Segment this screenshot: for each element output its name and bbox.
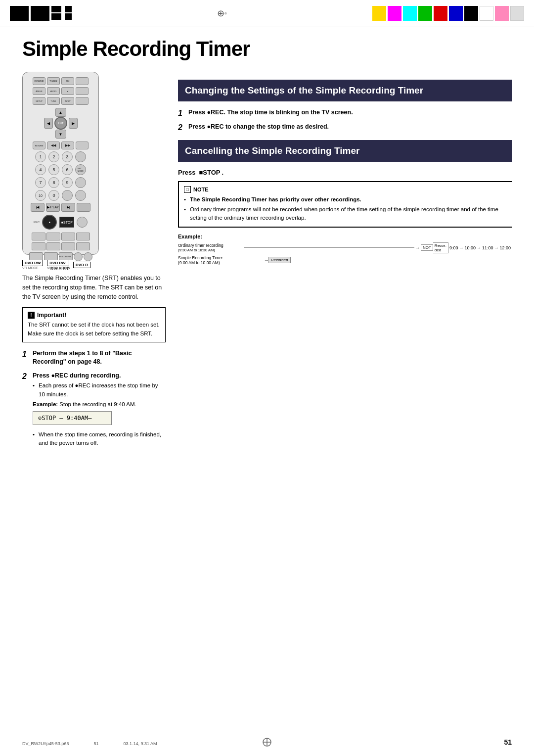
remote-bot3-2 <box>44 252 58 260</box>
badge-dvdr: DVD R <box>73 262 90 268</box>
timeline-row-2: Simple Recording Timer (9:00 AM to 10:00… <box>178 255 512 265</box>
example-label: Example: <box>33 401 58 407</box>
format-badges: DVD RW VR MODE DVD RW VIDEO MODE DVD R <box>22 260 166 270</box>
color-yellow <box>372 6 386 21</box>
not-recorded-box: NOT <box>421 244 433 251</box>
right-step1-content: Press ●REC. The stop time is blinking on… <box>188 108 512 118</box>
remote-prev-btn: |◀ <box>31 203 44 212</box>
remote-top4-btn <box>76 77 89 85</box>
remote-angle-btn: ANGLE <box>33 87 45 95</box>
remote-return-btn: RETURN <box>33 142 45 149</box>
remote-bot3-5 <box>84 252 92 261</box>
arrow-1d: → <box>494 245 498 250</box>
step1-number: 1 <box>22 349 30 367</box>
remote-num-row4: 10 0 <box>35 190 86 201</box>
remote-timer-btn: TIMER <box>47 77 60 85</box>
remote-9-btn: 9 <box>62 177 73 188</box>
remote-4-btn: 4 <box>35 164 46 175</box>
remote-num-r4-4 <box>75 190 86 201</box>
ordinary-label-text: Ordinary timer recording <box>178 243 223 248</box>
step2-title: Press ●REC during recording. <box>33 372 166 380</box>
remote-ff-btn: ▶▶ <box>61 142 74 149</box>
step2-bullet2: When the stop time comes, recording is f… <box>33 430 166 448</box>
color-blue <box>449 6 463 21</box>
remote-10-btn: 10 <box>35 190 46 201</box>
timeline-example-label: Example: <box>178 234 512 239</box>
remote-control-image: POWER TIMER OK ANGLE AUDIO ▲ SETUP TUNE … <box>22 72 99 255</box>
remote-bot3-4 <box>74 252 83 261</box>
remote-up-btn: ▲ <box>61 87 74 95</box>
remote-dpad-middle: ◀ ENT ▶ <box>44 117 78 130</box>
example-text: Example: Stop the recording at 9:40 AM. <box>33 401 166 407</box>
note-box: □ NOTE The Simple Recording Timer has pr… <box>178 181 512 228</box>
page-number: 51 <box>504 738 512 746</box>
left-step-1: 1 Perform the steps 1 to 8 of "Basic Rec… <box>22 349 166 367</box>
remote-bot1-4 <box>76 233 90 240</box>
remote-2-btn: 2 <box>48 151 59 162</box>
time-1100: 11:00 <box>482 245 493 250</box>
remote-play-4th <box>77 203 90 212</box>
section2-title: Cancelling the Simple Recording Timer <box>185 145 505 157</box>
display-text: ⊙STOP – 9:40AM– <box>38 415 91 422</box>
timeline-srt-label: Simple Recording Timer (9:00 AM to 10:00… <box>178 255 242 265</box>
page-content: Simple Recording Timer POWER TIMER OK AN… <box>0 27 534 467</box>
step1-title: Perform the steps 1 to 8 of "Basic Recor… <box>33 349 166 367</box>
remote-bot1-1 <box>32 233 45 240</box>
right-step1-num: 1 <box>178 108 186 118</box>
remote-bot-row3: TV CONTROL <box>29 252 92 261</box>
press-stop-line: Press ■STOP. <box>178 169 512 176</box>
remote-row2: ANGLE AUDIO ▲ <box>33 87 89 95</box>
color-pink <box>495 6 509 21</box>
remote-return-row: RETURN ◀◀ ▶▶ <box>33 142 89 149</box>
note-label: NOTE <box>193 187 209 192</box>
remote-brand-label: SHARP <box>50 266 71 271</box>
remote-input-btn: INPUT <box>61 97 74 105</box>
right-step1-title: Press ●REC. The stop time is blinking on… <box>188 108 512 117</box>
remote-r2-4btn <box>76 87 89 95</box>
display-box: ⊙STOP – 9:40AM– <box>33 411 112 425</box>
remote-audio-btn: AUDIO <box>47 87 60 95</box>
right-step2-num: 2 <box>178 123 186 132</box>
remote-power-btn: POWER <box>33 77 45 85</box>
left-column: POWER TIMER OK ANGLE AUDIO ▲ SETUP TUNE … <box>22 72 166 452</box>
remote-rw-btn: ◀◀ <box>47 142 60 149</box>
arrow-1a: → <box>415 245 420 250</box>
note-item1-text: The Simple Recording Timer has priority … <box>190 196 361 202</box>
important-body: The SRT cannot be set if the clock has n… <box>28 321 160 338</box>
remote-ret4-btn <box>76 142 89 149</box>
right-step2-content: Press ●REC to change the stop time as de… <box>188 123 512 132</box>
step2-number: 2 <box>22 372 30 448</box>
remote-bot2-3 <box>61 242 75 250</box>
remote-bot2-4 <box>76 242 90 250</box>
black-small-1 <box>51 6 61 12</box>
page-title: Simple Recording Timer <box>22 37 512 61</box>
stop-text: ■STOP <box>199 169 220 176</box>
color-black <box>464 6 478 21</box>
time-1200: 12:00 <box>499 245 511 250</box>
remote-dpad-enter: ENT <box>54 117 67 130</box>
remote-bot-row1 <box>32 233 90 240</box>
remote-setup-btn: SETUP <box>33 97 45 105</box>
footer-filename: DV_RW2U#p45-53.p65 <box>22 741 69 746</box>
color-magenta <box>388 6 401 21</box>
top-bar <box>0 0 534 27</box>
color-white <box>480 6 493 21</box>
remote-num-row3: 7 8 9 <box>35 177 86 188</box>
remote-7-btn: 7 <box>35 177 46 188</box>
two-column-layout: POWER TIMER OK ANGLE AUDIO ▲ SETUP TUNE … <box>22 72 512 452</box>
remote-stop-button: ■STOP <box>59 217 74 228</box>
bottom-crosshair-icon <box>262 737 272 749</box>
black-small-2 <box>51 13 61 20</box>
remote-5-btn: 5 <box>48 164 59 175</box>
badge-dvdrw-vr: DVD RW VR MODE <box>22 260 43 270</box>
right-step-1: 1 Press ●REC. The stop time is blinking … <box>178 108 512 118</box>
right-step2-title: Press ●REC to change the stop time as de… <box>188 123 512 132</box>
remote-row3: SETUP TUNE INPUT <box>33 97 89 105</box>
top-crosshair-icon <box>217 8 227 18</box>
ordinary-range: (9:30 AM to 10:30 AM) <box>178 248 242 252</box>
recorded-text-box: Recor-ded <box>433 242 448 253</box>
timeline-ordinary-line: → NOT Recor-ded 9:00 → 10:00 → 11:00 → 1… <box>244 242 512 253</box>
badge-dvdrw-vr-sub: VR MODE <box>22 266 43 270</box>
remote-play-row: |◀ ▶ PLAY ▶| <box>31 203 90 212</box>
color-cyan <box>403 6 417 21</box>
